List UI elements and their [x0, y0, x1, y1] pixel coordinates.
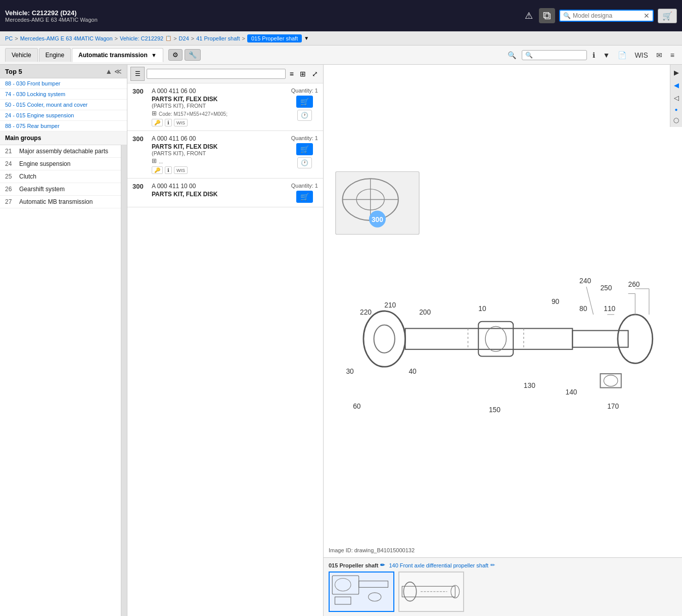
grid-icon: ⊞ [152, 110, 157, 117]
alert-icon-btn[interactable]: ⚠ [523, 8, 535, 23]
header-left: Vehicle: C212292 (D24) Mercedes-AMG E 63… [5, 9, 98, 23]
menu-btn[interactable]: ≡ [668, 50, 677, 61]
parts-expand-btn[interactable]: ⤢ [310, 69, 320, 79]
diagram-num-140: 140 [566, 388, 577, 396]
parts-list-view-btn[interactable]: ≡ [288, 69, 296, 79]
diagram-num-250: 250 [600, 284, 612, 292]
breadcrumb-vehicle[interactable]: Vehicle: C212292 [120, 35, 163, 41]
svg-point-11 [485, 326, 506, 351]
history-btn[interactable]: 🕐 [297, 157, 312, 168]
group-label: Major assembly detachable parts [19, 148, 108, 155]
side-icon-3[interactable]: ◁ [671, 92, 681, 104]
main-group-item-25[interactable]: 25 Clutch [0, 170, 121, 183]
tab-automatic-transmission[interactable]: Automatic transmission ▼ [72, 48, 163, 62]
parts-diagram: 300 [324, 65, 682, 557]
top5-item[interactable]: 74 - 030 Locking system [0, 89, 127, 100]
thumbnail-tab-140[interactable]: 140 Front axle differential propeller sh… [389, 562, 495, 568]
top5-item[interactable]: 88 - 030 Front bumper [0, 78, 127, 89]
wrench-tool-btn[interactable]: 🔧 [185, 49, 201, 61]
group-label: Engine suspension [19, 160, 70, 167]
part-wis-btn[interactable]: WIS [174, 119, 188, 126]
thumbnail-140[interactable] [398, 571, 464, 612]
search-icon-small: 🔍 [525, 52, 533, 59]
thumbnail-edit-icon-2[interactable]: ✏ [490, 562, 495, 568]
add-to-cart-btn[interactable]: 🛒 [296, 191, 313, 203]
wis-btn[interactable]: WIS [632, 50, 650, 61]
part-position: 300 [132, 135, 148, 143]
thumbnail-edit-icon-1[interactable]: ✏ [380, 562, 385, 568]
part-number: A 000 411 06 00 [152, 135, 287, 142]
top5-title: Top 5 [5, 68, 22, 75]
breadcrumb-pc[interactable]: PC [5, 35, 13, 41]
info-search-input: 🔍 [522, 50, 587, 60]
sidebar-scrollbar[interactable] [121, 145, 127, 616]
main-group-item-26[interactable]: 26 Gearshift system [0, 183, 121, 196]
thumbnail-tab-015[interactable]: 015 Propeller shaft ✏ [329, 562, 385, 568]
filter-btn[interactable]: ▼ [601, 50, 613, 61]
breadcrumb-d24[interactable]: D24 [179, 35, 189, 41]
grid-icon: ⊞ [152, 157, 157, 164]
top5-close-btn[interactable]: ≪ [114, 67, 122, 75]
add-to-cart-btn[interactable]: 🛒 [296, 96, 313, 108]
settings-tool-btn[interactable]: ⚙ [168, 49, 183, 61]
svg-point-25 [369, 593, 381, 601]
thumbnail-015-active[interactable] [329, 571, 394, 612]
search-clear-btn[interactable]: ✕ [644, 12, 650, 20]
diagram-num-40: 40 [408, 368, 417, 375]
side-icon-2[interactable]: ◀ [671, 79, 681, 91]
search-icon: 🔍 [563, 12, 571, 19]
side-icon-4[interactable]: ● [671, 105, 681, 114]
side-icon-5[interactable]: ◯ [671, 115, 681, 125]
breadcrumb-model[interactable]: Mercedes-AMG E 63 4MATIC Wagon [20, 35, 113, 41]
parts-search-input[interactable] [147, 69, 286, 79]
breadcrumb-propeller[interactable]: 41 Propeller shaft [196, 35, 240, 41]
right-side-icons: ▶ ◀ ◁ ● ◯ [670, 65, 682, 127]
thumbnail-diagram-1 [330, 573, 393, 610]
cart-button[interactable]: 🛒 [658, 9, 677, 23]
sidebar: Top 5 ▲ ≪ 88 - 030 Front bumper 74 - 030… [0, 65, 127, 616]
quantity-label: Quantity: 1 [291, 87, 318, 94]
top5-header: Top 5 ▲ ≪ [0, 65, 127, 78]
top5-item[interactable]: 50 - 015 Cooler, mount and cover [0, 100, 127, 110]
toolbar-search-input[interactable] [533, 52, 583, 58]
part-key-btn[interactable]: 🔑 [152, 119, 163, 126]
top5-item[interactable]: 88 - 075 Rear bumper [0, 121, 127, 131]
part-code: Code: M157+M55+427+M005; [159, 111, 228, 117]
part-code: ... [159, 159, 163, 164]
main-group-item-21[interactable]: 21 Major assembly detachable parts [0, 145, 121, 158]
svg-rect-7 [405, 328, 573, 349]
breadcrumb-dropdown-icon[interactable]: ▼ [304, 35, 309, 41]
top5-collapse-btn[interactable]: ▲ [105, 67, 112, 75]
part-info-btn[interactable]: ℹ [165, 119, 172, 126]
zoom-in-btn[interactable]: 🔍 [505, 50, 519, 61]
part-info-btn[interactable]: ℹ [165, 166, 172, 174]
diagram-num-30: 30 [346, 368, 354, 375]
parts-grid-view-btn[interactable]: ⊞ [298, 69, 308, 79]
add-to-cart-btn[interactable]: 🛒 [296, 143, 313, 155]
copy-icon-btn[interactable]: ⧉ [539, 8, 555, 23]
main-group-item-27[interactable]: 27 Automatic MB transmission [0, 196, 121, 208]
part-sub: (PARTS KIT), FRONT [152, 103, 287, 109]
parts-list-toggle[interactable]: ☰ [130, 67, 145, 81]
toolbar-right: 🔍 🔍 ℹ ▼ 📄 WIS ✉ ≡ [505, 50, 677, 61]
tab-engine[interactable]: Engine [39, 48, 71, 62]
model-search-input[interactable] [573, 12, 644, 19]
part-position: 300 [132, 87, 148, 95]
part-key-btn[interactable]: 🔑 [152, 166, 163, 174]
document-btn[interactable]: 📄 [615, 50, 629, 61]
part-name: PARTS KIT, FLEX DISK [152, 96, 287, 103]
svg-point-5 [363, 311, 405, 367]
main-groups-header: Main groups [0, 131, 127, 145]
main-group-item-24[interactable]: 24 Engine suspension [0, 158, 121, 170]
part-number: A 000 411 10 00 [152, 183, 287, 190]
mail-btn[interactable]: ✉ [654, 50, 665, 61]
side-icon-1[interactable]: ▶ [671, 67, 681, 78]
part-name: PARTS KIT, FLEX DISK [152, 191, 287, 198]
toolbar: Vehicle Engine Automatic transmission ▼ … [0, 46, 682, 65]
part-wis-btn[interactable]: WIS [174, 166, 188, 174]
info-btn[interactable]: ℹ [590, 50, 598, 61]
top5-item[interactable]: 24 - 015 Engine suspension [0, 110, 127, 121]
breadcrumb-current[interactable]: 015 Propeller shaft [247, 34, 302, 42]
history-btn[interactable]: 🕐 [297, 110, 312, 121]
tab-vehicle[interactable]: Vehicle [5, 48, 38, 62]
